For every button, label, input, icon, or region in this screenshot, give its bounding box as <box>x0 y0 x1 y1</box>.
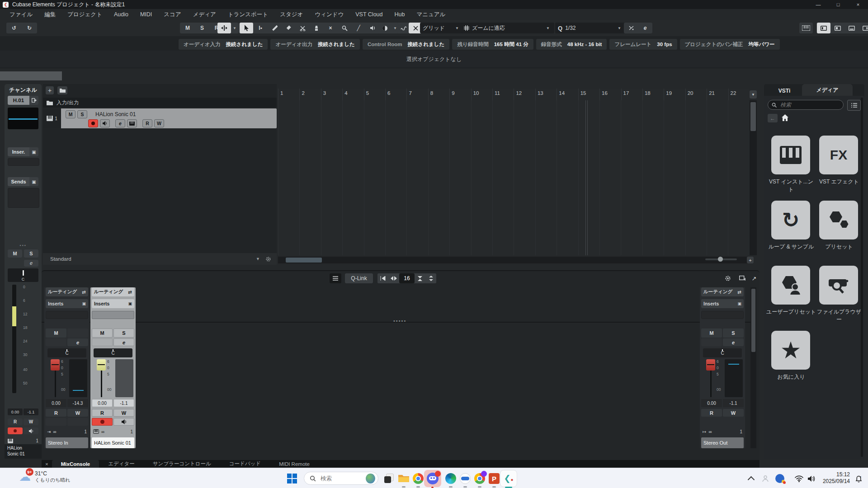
tile-user-presets[interactable] <box>771 266 810 305</box>
mute-button[interactable]: M <box>92 328 113 338</box>
peak-value[interactable]: -1.1 <box>723 399 744 407</box>
autoscroll-caret-icon[interactable]: ▼ <box>231 26 238 30</box>
tile-vst-instruments[interactable] <box>771 136 810 174</box>
tray-expand-icon[interactable] <box>744 472 758 485</box>
inserts-section[interactable]: Inser. <box>8 147 29 156</box>
tab-media[interactable]: メディア <box>802 84 853 96</box>
arrange-area[interactable] <box>278 100 750 255</box>
close-lower-zone-icon[interactable]: × <box>42 460 52 468</box>
write-automation-button[interactable]: W <box>67 409 88 417</box>
inserts-bypass-icon[interactable]: ▣ <box>29 147 38 156</box>
ruler-options-icon[interactable]: ▼ <box>750 90 757 99</box>
volume-value[interactable]: 0.00 <box>92 399 113 407</box>
write-automation-button[interactable]: W <box>113 409 134 417</box>
tray-app-icon[interactable] <box>773 472 787 485</box>
menu-item[interactable]: MIDI <box>134 11 158 18</box>
draw-tool-icon[interactable] <box>268 23 281 33</box>
zoom-slider-knob[interactable] <box>718 257 723 262</box>
chrome-icon[interactable] <box>411 472 425 485</box>
color-tool-icon[interactable] <box>378 23 392 33</box>
left-zone-toggle-icon[interactable] <box>817 23 830 33</box>
external-window-icon[interactable]: ↗ <box>749 273 760 283</box>
track-solo-button[interactable]: S <box>77 110 87 118</box>
bank-first-icon[interactable] <box>377 273 388 283</box>
routing-rack[interactable]: ルーティング⇄ <box>701 287 744 296</box>
info-item[interactable]: プロジェクトのパン補正 均等パワー <box>680 39 780 50</box>
peak-value[interactable]: -14.3 <box>67 399 88 407</box>
info-item[interactable]: オーディオ出力 接続されました <box>270 39 359 50</box>
bank-size-value[interactable]: 16 <box>399 273 415 283</box>
qlink-button[interactable]: Q-Link <box>345 273 373 283</box>
pan-handle[interactable] <box>23 270 24 276</box>
fader-handle[interactable] <box>51 359 60 371</box>
powerpoint-icon[interactable]: P <box>487 472 501 485</box>
info-item[interactable]: 残り録音時間 165 時間 41 分 <box>452 39 533 50</box>
pan-control[interactable]: C <box>94 348 132 357</box>
volume-value[interactable]: 0.00 <box>46 399 66 407</box>
instrument-track[interactable]: 1 M S HALion Sonic 01 e R W <box>43 108 277 128</box>
io-folder-track[interactable]: 入力/出力 <box>43 98 277 108</box>
menu-item[interactable]: Hub <box>389 11 411 18</box>
edit-settings-button[interactable]: e <box>67 338 88 346</box>
weather-widget[interactable]: ☁ 9+ 31°C くもりのち晴れ <box>19 470 71 484</box>
sends-slot[interactable] <box>8 188 39 208</box>
mute-tool-icon[interactable]: × <box>324 23 337 33</box>
volume-value[interactable]: 0.00 <box>8 408 23 415</box>
info-item[interactable]: Control Room 接続されました <box>363 39 450 50</box>
menu-item[interactable]: トランスポート <box>222 11 274 19</box>
section-divider[interactable]: ▪▪▪ <box>5 243 42 248</box>
bank-zoom-icon[interactable] <box>415 273 425 283</box>
record-enable-button[interactable] <box>92 418 113 426</box>
start-button[interactable] <box>285 472 299 485</box>
read-automation-button[interactable]: R <box>92 409 113 417</box>
zoom-slider[interactable] <box>705 258 737 260</box>
file-explorer-icon[interactable] <box>397 472 410 485</box>
insert-slot[interactable] <box>701 311 744 319</box>
edit-settings-button[interactable]: e <box>113 338 134 346</box>
taskbar-search[interactable] <box>304 472 378 485</box>
preset-caret-icon[interactable]: ▼ <box>256 257 260 261</box>
channel-name[interactable]: Stereo In <box>46 437 88 448</box>
menu-item[interactable]: VST Cloud <box>349 11 388 18</box>
quantize-select[interactable]: Q 1/32 ▼ <box>555 23 626 33</box>
tile-vst-effects[interactable]: FX <box>819 136 858 174</box>
routing-rack[interactable]: ルーティング⇄ <box>92 287 134 296</box>
menu-item[interactable]: マニュアル <box>410 11 451 19</box>
pan-control[interactable]: C <box>8 268 38 282</box>
edit-settings-button[interactable]: e <box>24 260 38 267</box>
rack-divider-handle[interactable]: ••••• <box>393 318 406 324</box>
mute-button[interactable]: M <box>46 328 66 338</box>
mixconsole-setup-icon[interactable] <box>722 273 733 283</box>
preset-gear-icon[interactable] <box>265 256 271 262</box>
use-track-preset-icon[interactable] <box>57 86 67 94</box>
info-item[interactable]: オーディオ入力 接続されました <box>179 39 268 50</box>
edit-settings-button[interactable]: e <box>723 338 744 346</box>
zoom-preset-button[interactable]: + <box>747 257 754 263</box>
track-read-button[interactable]: R <box>142 119 152 127</box>
line-tool-icon[interactable]: ╱ <box>352 23 365 33</box>
menu-item[interactable]: ファイル <box>4 11 38 19</box>
add-track-button[interactable]: + <box>46 86 54 94</box>
horizontal-scrollbar[interactable] <box>278 257 750 263</box>
minimize-button[interactable]: — <box>808 0 828 9</box>
bank-prev-next-icon[interactable] <box>388 273 399 283</box>
read-automation-button[interactable]: R <box>46 409 66 417</box>
agent-preset-value[interactable]: Standard <box>43 256 71 262</box>
fader-handle[interactable] <box>706 359 715 371</box>
solo-button[interactable]: S <box>24 249 38 258</box>
menu-item[interactable]: Audio <box>108 11 134 18</box>
app-icon-blue-sphere[interactable] <box>458 472 472 485</box>
vertical-scrollbar-thumb[interactable] <box>750 102 756 131</box>
track-record-enable-button[interactable] <box>88 119 98 127</box>
pan-control[interactable]: C <box>47 348 86 357</box>
right-zone-toggle-icon[interactable] <box>859 23 868 33</box>
tile-file-browser[interactable] <box>819 266 858 305</box>
solo-button[interactable]: S <box>723 328 744 338</box>
menu-item[interactable]: ウィンドウ <box>309 11 349 19</box>
maximize-button[interactable]: □ <box>828 0 848 9</box>
inspector-track-name[interactable]: HALion Sonic 01 <box>5 444 42 459</box>
write-automation-button[interactable]: W <box>24 418 38 425</box>
inserts-rack[interactable]: Inserts▣ <box>701 299 744 308</box>
autoscroll-icon[interactable] <box>217 23 231 33</box>
edit-channel-icon[interactable] <box>29 96 38 105</box>
